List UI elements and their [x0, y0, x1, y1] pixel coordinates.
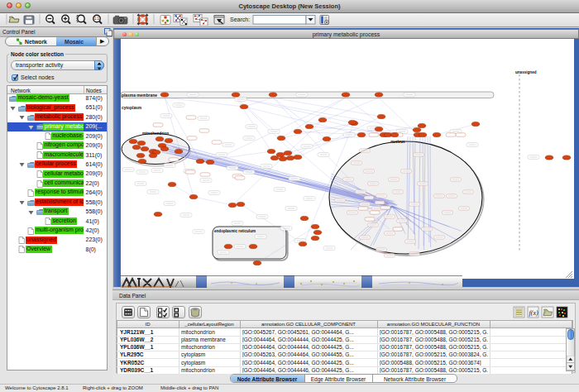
svg-text:mitochondrion: mitochondrion [142, 131, 169, 136]
svg-text:Search:: Search: [230, 17, 250, 22]
svg-text:cytoplasm: cytoplasm [122, 106, 142, 110]
svg-text:1:1: 1:1 [94, 17, 100, 21]
svg-text:plasma membrane: plasma membrane [122, 93, 157, 98]
svg-text:unassigned: unassigned [515, 70, 537, 74]
svg-text:nucleus: nucleus [390, 140, 405, 144]
svg-text:endoplasmic reticulum: endoplasmic reticulum [214, 229, 256, 233]
svg-text:f(x): f(x) [529, 309, 538, 317]
